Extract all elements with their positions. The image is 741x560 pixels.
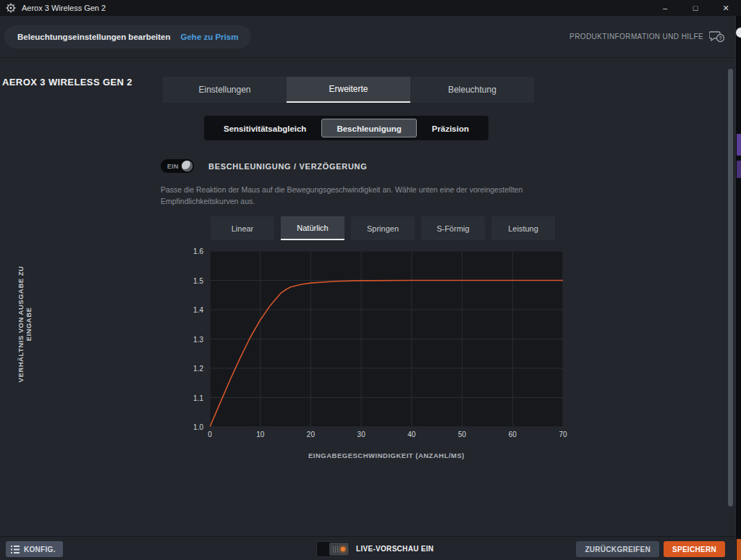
- background-fragment-circle: [736, 27, 741, 38]
- toggle-knob-icon: [182, 161, 192, 171]
- lighting-banner-text: Beleuchtungseinstellungen bearbeiten: [17, 33, 171, 41]
- y-tick-labels: 1.01.11.21.31.41.51.6: [176, 251, 203, 427]
- help-chat-bubble-icon: ?: [709, 30, 725, 43]
- y-tick: 1.6: [193, 247, 203, 255]
- preset-natuerlich[interactable]: Natürlich: [281, 216, 344, 240]
- x-tick: 20: [307, 430, 315, 438]
- y-tick: 1.2: [193, 365, 203, 373]
- x-tick: 60: [509, 430, 517, 438]
- preset-s-foermig[interactable]: S-Förmig: [421, 216, 485, 240]
- revert-button[interactable]: ZURÜCKGREIFEN: [576, 541, 659, 557]
- curve-presets: Linear Natürlich Springen S-Förmig Leist…: [211, 216, 555, 240]
- background-fragment-purple-2: [737, 161, 741, 178]
- config-list-icon: [11, 546, 20, 553]
- acceleration-on-toggle[interactable]: EIN: [161, 159, 194, 173]
- background-fragment-orange: [737, 539, 741, 560]
- acceleration-curve-chart: [210, 251, 563, 427]
- y-tick: 1.4: [193, 306, 203, 314]
- preset-linear[interactable]: Linear: [211, 216, 274, 240]
- acceleration-description: Passe die Reaktion der Maus auf die Bewe…: [161, 184, 560, 208]
- subtab-praezision[interactable]: Präzision: [417, 119, 484, 137]
- tab-erweiterte[interactable]: Erweiterte: [287, 77, 410, 103]
- footer-actions: ZURÜCKGREIFEN SPEICHERN: [576, 541, 725, 557]
- y-tick: 1.3: [193, 335, 203, 343]
- background-fragment-purple: [737, 134, 741, 156]
- live-preview-indicator-dot: [341, 547, 345, 551]
- background-app-sliver: [735, 16, 741, 560]
- app-window: Aerox 3 Wireless Gen 2 – □ ✕ Beleuchtung…: [0, 0, 741, 560]
- x-tick: 50: [458, 430, 466, 438]
- acceleration-section-title: BESCHLEUNIGUNG / VERZÖGERUNG: [208, 162, 367, 171]
- plot-area: [210, 251, 563, 427]
- main-tabs: Einstellungen Erweiterte Beleuchtung: [163, 77, 534, 103]
- go-to-prism-link[interactable]: Gehe zu Prism: [181, 33, 239, 41]
- chart-x-axis-title: EINGABEGESCHWINDIGKEIT (ANZAHL/MS): [210, 451, 563, 459]
- x-tick-labels: 010203040506070: [210, 430, 563, 441]
- subtab-sensitivitaetsabgleich[interactable]: Sensitivitätsabgleich: [208, 119, 321, 137]
- chart-y-axis-title: VERHÄLTNIS VON AUSGABE ZU EINGABE: [17, 252, 33, 396]
- maximize-button[interactable]: □: [680, 0, 711, 16]
- tab-einstellungen[interactable]: Einstellungen: [163, 77, 287, 103]
- tab-beleuchtung[interactable]: Beleuchtung: [410, 77, 534, 103]
- device-name: AEROX 3 WIRELESS GEN 2: [2, 77, 132, 88]
- preset-leistung[interactable]: Leistung: [491, 216, 555, 240]
- x-tick: 0: [208, 430, 212, 438]
- steelseries-logo-icon: [6, 3, 16, 13]
- x-tick: 30: [357, 430, 365, 438]
- live-preview-toggle[interactable]: [316, 541, 350, 557]
- x-tick: 70: [559, 430, 567, 438]
- product-help-label: PRODUKTINFORMATION UND HILFE: [569, 33, 703, 41]
- y-tick: 1.1: [193, 394, 203, 402]
- y-tick: 1.0: [193, 423, 203, 431]
- footer-bar: KONFIG. LIVE-VORSCHAU EIN ZURÜCKGREIFEN …: [0, 536, 735, 560]
- y-tick: 1.5: [193, 276, 203, 284]
- vertical-scrollbar-thumb[interactable]: [728, 69, 733, 506]
- x-tick: 40: [407, 430, 415, 438]
- minimize-button[interactable]: –: [650, 0, 680, 16]
- advanced-subtabs: Sensitivitätsabgleich Beschleunigung Prä…: [204, 116, 488, 140]
- window-controls: – □ ✕: [650, 0, 741, 16]
- header-bar: Beleuchtungseinstellungen bearbeiten Geh…: [0, 16, 735, 58]
- config-button-label: KONFIG.: [24, 546, 56, 553]
- live-preview-knob-icon: [329, 543, 349, 556]
- lighting-banner: Beleuchtungseinstellungen bearbeiten Geh…: [4, 25, 251, 48]
- config-button[interactable]: KONFIG.: [6, 541, 63, 557]
- x-tick: 10: [256, 430, 264, 438]
- save-button[interactable]: SPEICHERN: [664, 541, 725, 557]
- title-bar: Aerox 3 Wireless Gen 2 – □ ✕: [0, 0, 741, 16]
- svg-text:?: ?: [719, 35, 722, 41]
- acceleration-header-row: EIN BESCHLEUNIGUNG / VERZÖGERUNG: [161, 159, 367, 173]
- product-help[interactable]: PRODUKTINFORMATION UND HILFE ?: [569, 30, 725, 43]
- live-preview-label: LIVE-VORSCHAU EIN: [356, 545, 433, 553]
- subtab-beschleunigung[interactable]: Beschleunigung: [321, 119, 416, 137]
- preset-springen[interactable]: Springen: [351, 216, 415, 240]
- window-title: Aerox 3 Wireless Gen 2: [22, 4, 106, 12]
- close-button[interactable]: ✕: [711, 0, 741, 16]
- toggle-state-label: EIN: [167, 163, 179, 170]
